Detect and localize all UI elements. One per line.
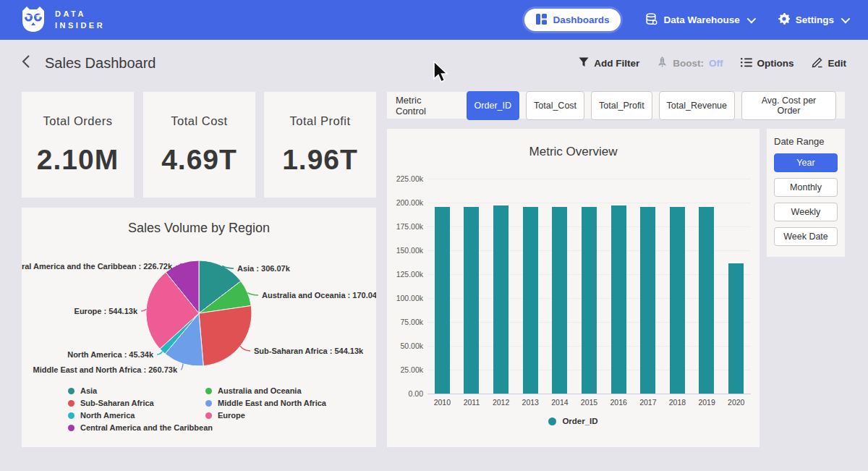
bar-2013[interactable]	[523, 207, 538, 394]
metric-option-total-revenue[interactable]: Total_Revenue	[659, 91, 735, 120]
kpi-card-total-profit: Total Profit 1.96T	[264, 92, 376, 198]
pie-legend-item-middle-east-and-north-africa[interactable]: Middle East and North Africa	[205, 399, 326, 407]
chevron-down-icon	[746, 14, 756, 24]
bar-2014[interactable]	[552, 207, 567, 394]
edit-label: Edit	[828, 58, 847, 69]
add-filter-button[interactable]: Add Filter	[579, 57, 639, 69]
pie-label-asia: Asia : 306.07k	[237, 264, 291, 273]
gridline	[427, 394, 751, 394]
pie-leader-line	[141, 309, 146, 311]
kpi-label: Total Cost	[171, 114, 227, 128]
metric-control-bar: Metric Control Order_IDTotal_CostTotal_P…	[387, 92, 845, 119]
mouse-cursor	[433, 61, 448, 87]
pie-slice-sub-saharan-africa[interactable]	[199, 306, 252, 366]
dashboards-button[interactable]: Dashboards	[524, 9, 621, 31]
legend-label: Central America and the Caribbean	[80, 423, 213, 432]
top-nav: DATA INSIDER Dashboards	[0, 0, 868, 40]
legend-label: Europe	[218, 411, 245, 420]
rocket-icon	[657, 56, 668, 70]
date-range-option-week-date[interactable]: Week Date	[774, 227, 838, 246]
gear-icon	[778, 13, 790, 27]
owl-logo-icon	[20, 5, 46, 35]
x-axis-tick: 2020	[721, 398, 751, 407]
brand[interactable]: DATA INSIDER	[20, 5, 105, 35]
x-axis-tick: 2010	[427, 398, 457, 407]
bar-2010[interactable]	[435, 207, 450, 394]
legend-dot	[68, 412, 75, 419]
legend-label: Sub-Saharan Africa	[80, 399, 154, 407]
kpi-card-total-cost: Total Cost 4.69T	[143, 92, 255, 198]
page-title: Sales Dashboard	[45, 55, 156, 72]
y-axis-tick: 150.00k	[387, 246, 423, 255]
metric-option-avg-cost-per-order[interactable]: Avg. Cost per Order	[741, 91, 836, 120]
bar-2017[interactable]	[640, 207, 655, 394]
pencil-icon	[812, 56, 823, 70]
bars	[427, 179, 751, 394]
pie-legend-column-2: Australia and OceaniaMiddle East and Nor…	[205, 386, 326, 420]
pie-legend-item-central-america-and-the-caribbean[interactable]: Central America and the Caribbean	[68, 423, 213, 432]
filter-funnel-icon	[579, 57, 589, 69]
kpi-label: Total Orders	[43, 114, 113, 128]
options-button[interactable]: Options	[741, 57, 794, 69]
bar-2018[interactable]	[670, 207, 685, 394]
pie-legend-item-sub-saharan-africa[interactable]: Sub-Saharan Africa	[68, 399, 213, 407]
legend-dot	[68, 400, 75, 407]
back-button[interactable]	[22, 54, 30, 72]
chart-title: Metric Overview	[387, 129, 760, 159]
bar-2011[interactable]	[464, 207, 479, 394]
legend-dot	[205, 400, 212, 407]
date-range-option-weekly[interactable]: Weekly	[774, 203, 838, 221]
edit-button[interactable]: Edit	[812, 56, 847, 70]
data-warehouse-label: Data Warehouse	[663, 14, 739, 25]
metric-option-total-profit[interactable]: Total_Profit	[591, 91, 652, 120]
pie-legend-item-australia-and-oceania[interactable]: Australia and Oceania	[205, 386, 326, 395]
date-range-option-monthly[interactable]: Monthly	[774, 178, 838, 197]
database-icon	[645, 13, 658, 27]
legend-dot	[205, 388, 212, 394]
bar-2015[interactable]	[582, 207, 597, 394]
sales-volume-card: Sales Volume by Region Asia : 306.07kAus…	[22, 208, 376, 447]
date-range-label: Date Range	[774, 136, 838, 147]
settings-menu[interactable]: Settings	[778, 13, 848, 27]
boost-toggle[interactable]: Boost: Off	[657, 56, 723, 70]
bar-2019[interactable]	[699, 207, 714, 394]
bar-2020[interactable]	[728, 263, 744, 394]
bar-chart-legend[interactable]: Order_ID	[387, 417, 760, 425]
dashboard-grid-icon	[536, 14, 547, 27]
pie-label-central-america-and-the-caribbean: Central America and the Caribbean : 226.…	[22, 262, 173, 271]
pie-leader-line	[240, 346, 250, 351]
legend-dot	[205, 412, 212, 419]
x-axis-tick: 2014	[545, 398, 575, 407]
y-axis-tick: 100.00k	[387, 294, 423, 302]
legend-label: Australia and Oceania	[218, 386, 302, 395]
metric-option-order-id[interactable]: Order_ID	[467, 91, 519, 120]
boost-value: Off	[709, 58, 723, 69]
x-axis-tick: 2011	[457, 398, 487, 407]
pie-legend-item-europe[interactable]: Europe	[205, 411, 326, 420]
legend-label: Order_ID	[562, 417, 597, 425]
pie-legend-item-asia[interactable]: Asia	[68, 386, 213, 395]
legend-dot	[68, 388, 75, 394]
y-axis-tick: 200.00k	[387, 198, 423, 207]
settings-label: Settings	[796, 14, 834, 25]
date-range-option-year[interactable]: Year	[774, 153, 838, 172]
y-axis-tick: 25.00k	[387, 365, 423, 374]
pie-leader-line	[181, 364, 183, 370]
legend-label: Middle East and North Africa	[218, 399, 326, 407]
metric-option-total-cost[interactable]: Total_Cost	[526, 91, 584, 120]
pie-chart: Asia : 306.07kAustralia and Oceania : 17…	[22, 208, 376, 385]
date-range-buttons: YearMonthlyWeeklyWeek Date	[774, 153, 838, 246]
bar-2012[interactable]	[493, 205, 509, 394]
kpi-card-total-orders: Total Orders 2.10M	[22, 92, 134, 198]
pie-leader-line	[157, 352, 163, 355]
kpi-value: 4.69T	[161, 144, 237, 176]
pie-legend-item-north-america[interactable]: North America	[68, 411, 213, 420]
y-axis-tick: 175.00k	[387, 222, 423, 231]
legend-dot	[68, 425, 75, 431]
pie-label-australia-and-oceania: Australia and Oceania : 170.04k	[262, 291, 376, 300]
bar-2016[interactable]	[611, 205, 626, 394]
y-axis-tick: 50.00k	[387, 341, 423, 350]
data-warehouse-menu[interactable]: Data Warehouse	[645, 13, 753, 27]
y-axis-tick: 75.00k	[387, 318, 423, 326]
metric-overview-card: Metric Overview 225.00k200.00k175.00k150…	[387, 129, 760, 447]
